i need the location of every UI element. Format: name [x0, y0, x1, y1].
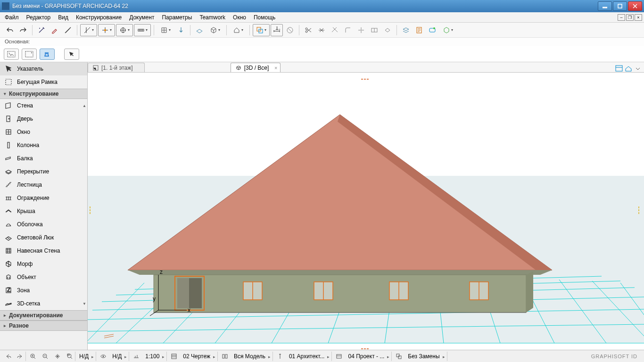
tool-window[interactable]: Окно — [0, 125, 87, 139]
project-icon[interactable] — [334, 352, 344, 361]
undo-button[interactable] — [4, 24, 16, 36]
close-button[interactable] — [628, 1, 642, 11]
nav-back-button[interactable] — [3, 352, 13, 361]
tool-pointer[interactable]: Указатель — [0, 62, 87, 75]
menu-view[interactable]: Вид — [54, 13, 72, 22]
adjust-icon[interactable] — [315, 24, 328, 36]
suspend-icon[interactable] — [284, 24, 296, 36]
tool-wall[interactable]: Стена ▲ — [0, 99, 87, 112]
arrow-mode[interactable] — [64, 49, 79, 60]
selection-mode-pan[interactable] — [40, 49, 55, 60]
project-select[interactable]: 04 Проект - ... — [346, 352, 392, 361]
tool-stair[interactable]: Лестница — [0, 178, 87, 191]
menu-teamwork[interactable]: Teamwork — [196, 13, 229, 22]
snap-point-button[interactable] — [98, 24, 115, 36]
tool-curtainwall[interactable]: Навесная Стена — [0, 244, 87, 257]
status-nd1[interactable]: Н/Д — [77, 352, 96, 361]
ruler-button[interactable] — [134, 24, 151, 36]
drawing-icon[interactable] — [169, 352, 179, 361]
split-icon[interactable] — [368, 24, 380, 36]
scroll-up-icon[interactable]: ▲ — [83, 104, 86, 108]
dimension-button[interactable]: 1.2 — [271, 24, 283, 36]
link-icon[interactable] — [426, 24, 438, 36]
menu-help[interactable]: Помощь — [250, 13, 279, 22]
menu-file[interactable]: Файл — [1, 13, 23, 22]
menu-edit[interactable]: Редактор — [23, 13, 55, 22]
snap-guide-button[interactable] — [80, 24, 97, 36]
properties-icon[interactable] — [413, 24, 425, 36]
measure-icon[interactable] — [62, 24, 74, 36]
scissors-icon[interactable] — [302, 24, 314, 36]
trace-button[interactable] — [253, 24, 270, 36]
menu-design[interactable]: Конструирование — [72, 13, 125, 22]
eyedropper-icon[interactable] — [49, 24, 61, 36]
tool-object[interactable]: Объект — [0, 271, 87, 284]
tool-roof[interactable]: Крыша — [0, 205, 87, 218]
nav-forward-button[interactable] — [15, 352, 26, 361]
drawing-select[interactable]: 02 Чертеж — [181, 352, 218, 361]
section-doc[interactable]: ▸ Документирование — [0, 310, 87, 321]
tab-close-icon[interactable]: × — [274, 65, 277, 71]
scroll-down-icon[interactable]: ▼ — [83, 302, 86, 306]
section-more[interactable]: ▸ Разное — [0, 321, 87, 331]
zoom-window-button[interactable] — [65, 352, 75, 361]
selection-mode-2[interactable] — [22, 49, 37, 60]
replace-select[interactable]: Без Замены — [406, 352, 447, 361]
pen-icon[interactable] — [275, 352, 285, 361]
layers-icon[interactable] — [400, 24, 412, 36]
fillet-icon[interactable] — [342, 24, 354, 36]
tool-morph[interactable]: Морф — [0, 257, 87, 271]
model-icon[interactable] — [220, 352, 230, 361]
replace-icon[interactable] — [394, 352, 404, 361]
tool-door[interactable]: Дверь — [0, 112, 87, 125]
minimize-button[interactable] — [598, 1, 612, 11]
tool-zone[interactable]: Z Зона — [0, 284, 87, 297]
tool-railing[interactable]: Ограждение — [0, 191, 87, 205]
model-select[interactable]: Вся Модель — [232, 352, 273, 361]
arch-select[interactable]: 01 Архитект... — [287, 352, 332, 361]
gravity-icon[interactable] — [175, 24, 187, 36]
scale-value[interactable]: 1:100 — [143, 352, 167, 361]
solid-icon[interactable] — [381, 24, 394, 36]
tool-skylight[interactable]: Световой Люк — [0, 231, 87, 244]
tab-nav-icon[interactable] — [615, 65, 623, 72]
section-design[interactable]: ▾ Конструирование — [0, 89, 87, 99]
menu-document[interactable]: Документ — [125, 13, 158, 22]
tab-home-icon[interactable] — [624, 65, 633, 72]
plane-icon[interactable] — [193, 24, 206, 36]
tool-mesh[interactable]: 3D-сетка ▼ — [0, 297, 87, 310]
status-nd2[interactable]: Н/Д — [110, 352, 129, 361]
zoom-out-button[interactable] — [40, 352, 50, 361]
tab-3d-view[interactable]: [3D / Все] × — [231, 63, 281, 72]
zoom-in-button[interactable] — [28, 352, 38, 361]
trim-icon[interactable] — [355, 24, 367, 36]
grid-toggle-button[interactable] — [157, 24, 174, 36]
fit-button[interactable] — [52, 352, 63, 361]
selection-mode-1[interactable] — [4, 49, 19, 60]
section-label: Разное — [9, 322, 29, 329]
intersect-icon[interactable] — [329, 24, 341, 36]
grid-snap-button[interactable] — [116, 24, 133, 36]
scale-icon[interactable] — [131, 352, 141, 361]
home-icon[interactable] — [230, 24, 247, 36]
menu-window[interactable]: Окно — [229, 13, 250, 22]
tool-slab[interactable]: Перекрытие — [0, 165, 87, 178]
mdi-minimize[interactable]: – — [618, 14, 625, 21]
render-icon[interactable] — [439, 24, 456, 36]
orbit-button[interactable] — [98, 352, 108, 361]
3d-viewport[interactable]: z x y — [88, 73, 644, 350]
tool-shell[interactable]: Оболочка — [0, 218, 87, 231]
tool-column[interactable]: Колонна — [0, 139, 87, 152]
tab-menu-icon[interactable] — [634, 65, 642, 72]
tab-floor-plan[interactable]: [1. 1-й этаж] — [88, 63, 145, 72]
brand-label[interactable]: GRAPHISOFT ID — [591, 354, 641, 359]
menu-options[interactable]: Параметры — [158, 13, 196, 22]
mdi-restore[interactable]: ❐ — [626, 14, 634, 21]
maximize-button[interactable] — [613, 1, 627, 11]
mdi-close[interactable]: × — [635, 14, 642, 21]
cube-icon[interactable] — [206, 24, 223, 36]
magic-wand-icon[interactable] — [35, 24, 48, 36]
redo-button[interactable] — [17, 24, 29, 36]
tool-marquee[interactable]: Бегущая Рамка — [0, 75, 87, 89]
tool-beam[interactable]: Балка — [0, 152, 87, 165]
